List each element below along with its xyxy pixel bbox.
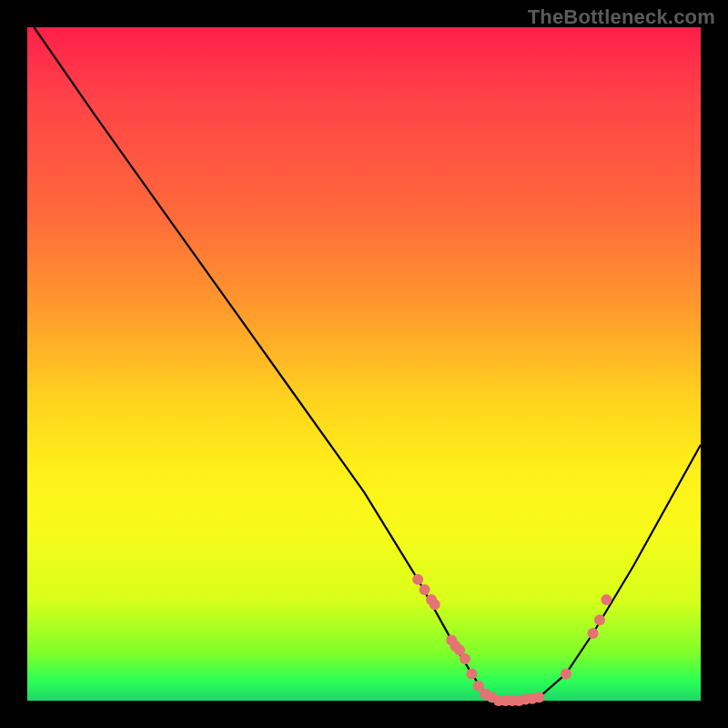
marker-dot: [561, 668, 571, 679]
plot-area: [27, 27, 701, 701]
figure-root: TheBottleneck.com: [0, 0, 728, 728]
marker-dot: [460, 653, 470, 664]
marker-dot: [466, 668, 477, 679]
marker-dot: [430, 599, 440, 610]
marker-dot: [533, 692, 544, 703]
watermark-label: TheBottleneck.com: [528, 5, 715, 29]
marker-dot: [594, 614, 605, 625]
marker-dot: [412, 574, 423, 585]
bottleneck-curve: [34, 27, 701, 701]
marker-dot: [601, 594, 612, 605]
marker-dot: [420, 584, 430, 595]
chart-svg: [27, 27, 701, 701]
marker-dot: [588, 628, 599, 639]
marker-points: [412, 574, 612, 706]
